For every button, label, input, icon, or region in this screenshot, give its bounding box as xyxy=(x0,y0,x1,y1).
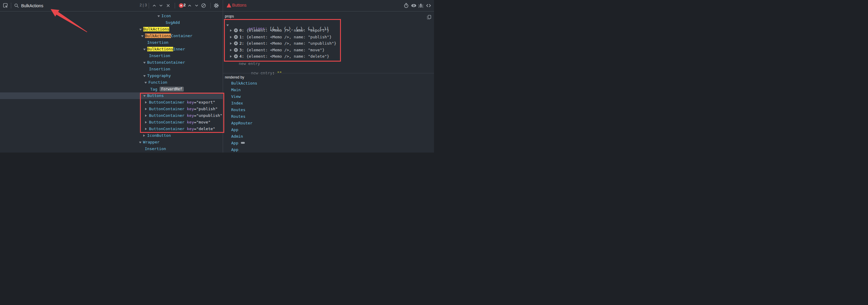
tree-row-svgadd[interactable]: SvgAdd xyxy=(0,19,223,26)
collapse-arrow-icon[interactable] xyxy=(157,15,160,17)
props-entry-row[interactable]: ✕0: {element: <Memo />, name: "export"} xyxy=(223,27,434,34)
inspect-element-button[interactable] xyxy=(3,3,8,8)
tree-row-insertion[interactable]: Insertion xyxy=(0,145,223,152)
rendered-by-item-view[interactable]: View xyxy=(231,94,241,101)
inspected-element-pane: props actions: [{…}, {…}, {…}, {…}, {…}]… xyxy=(223,11,434,152)
entry-index: 3: xyxy=(239,48,244,52)
code-brackets-icon xyxy=(426,3,431,8)
collapse-arrow-icon[interactable] xyxy=(141,35,144,37)
tree-row-bulkactions[interactable]: BulkActions xyxy=(0,26,223,33)
props-entry-row[interactable]: ✕1: {element: <Memo />, name: "publish"} xyxy=(223,34,434,40)
view-source-button[interactable] xyxy=(426,3,431,8)
tree-row-icon[interactable]: Icon xyxy=(0,13,223,19)
tree-row-typography[interactable]: Typography xyxy=(0,72,223,79)
collapse-arrow-icon[interactable] xyxy=(143,75,146,77)
collapse-arrow-icon[interactable] xyxy=(226,25,229,26)
key-attribute-name: key xyxy=(184,120,194,125)
delete-entry-icon[interactable]: ✕ xyxy=(234,28,238,32)
expand-arrow-icon[interactable] xyxy=(230,42,232,45)
props-entry-row[interactable]: ✕3: {element: <Memo />, name: "move"} xyxy=(223,47,434,54)
tree-row-bulkactionscontainer[interactable]: BulkActionsContainer xyxy=(0,33,223,39)
component-name: IconButton xyxy=(147,133,171,138)
rendered-by-item-index[interactable]: Index xyxy=(231,101,243,107)
entry-text: 1: {element: <Memo />, name: "publish"} xyxy=(239,35,332,39)
tree-row-buttoncontainer-delete[interactable]: ButtonContainer key="delete" xyxy=(0,126,223,132)
expand-arrow-icon[interactable] xyxy=(230,29,232,32)
collapse-arrow-icon[interactable] xyxy=(145,82,147,83)
entry-value: {element: <Memo />, name: "delete"} xyxy=(244,54,330,59)
delete-entry-icon[interactable]: ✕ xyxy=(234,35,238,39)
expand-arrow-icon[interactable] xyxy=(230,49,232,51)
tree-row-buttonscontainer[interactable]: ButtonsContainer xyxy=(0,59,223,66)
tree-row-wrapper[interactable]: Wrapper xyxy=(0,139,223,145)
tree-row-buttons[interactable]: Buttons xyxy=(0,92,223,99)
expand-arrow-icon[interactable] xyxy=(145,101,147,104)
expand-arrow-icon[interactable] xyxy=(145,121,147,124)
eye-icon xyxy=(411,3,416,8)
collapse-arrow-icon[interactable] xyxy=(143,95,146,97)
props-entry-row[interactable]: ✕2: {element: <Memo />, name: "unpublish… xyxy=(223,40,434,47)
settings-button[interactable] xyxy=(214,3,219,8)
component-tree-pane: IconSvgAddBulkActionsBulkActionsContaine… xyxy=(0,11,223,152)
delete-entry-icon[interactable]: ✕ xyxy=(234,48,238,52)
collapse-arrow-icon[interactable] xyxy=(143,48,146,50)
collapse-arrow-icon[interactable] xyxy=(139,29,142,31)
rendered-by-item-routes[interactable]: Routes xyxy=(231,114,245,121)
tree-row-insertion[interactable]: Insertion xyxy=(0,66,223,72)
tree-row-tag[interactable]: TagForwardRef xyxy=(0,86,223,92)
owner-badge xyxy=(241,142,245,144)
expand-arrow-icon[interactable] xyxy=(230,55,232,58)
search-match: BulkActions xyxy=(143,27,169,31)
previous-result-button[interactable] xyxy=(152,3,157,8)
chevron-down-icon xyxy=(159,3,163,8)
rendered-by-item-approuter[interactable]: AppRouter xyxy=(231,121,252,128)
expand-arrow-icon[interactable] xyxy=(145,114,147,117)
collapse-arrow-icon[interactable] xyxy=(139,142,142,143)
forwardref-badge: ForwardRef xyxy=(160,87,183,92)
next-error-button[interactable] xyxy=(194,3,199,8)
tree-row-bulkactionsinner[interactable]: BulkActionsInner xyxy=(0,46,223,53)
rendered-by-item-app[interactable]: App xyxy=(231,147,238,152)
props-entry-row[interactable]: ✕4: {element: <Memo />, name: "delete"} xyxy=(223,53,434,60)
tree-row-insertion[interactable]: Insertion xyxy=(0,39,223,46)
tree-row-function[interactable]: Function xyxy=(0,79,223,86)
component-name: TagForwardRef xyxy=(150,87,184,92)
collapse-arrow-icon[interactable] xyxy=(143,62,146,64)
toolbar-divider xyxy=(11,3,11,8)
expand-arrow-icon[interactable] xyxy=(143,134,145,137)
props-row-actions[interactable]: actions: [{…}, {…}, {…}, {…}, {…}] xyxy=(223,21,434,28)
entry-value: {element: <Memo />, name: "unpublish"} xyxy=(244,41,336,45)
entry-index: 1: xyxy=(239,35,244,39)
pane-divider[interactable] xyxy=(223,0,223,152)
rendered-by-item-bulkactions[interactable]: BulkActions xyxy=(231,81,257,88)
tree-row-insertion[interactable]: Insertion xyxy=(0,53,223,59)
previous-error-button[interactable] xyxy=(187,3,192,8)
delete-entry-icon[interactable]: ✕ xyxy=(234,54,238,58)
log-to-console-button[interactable] xyxy=(418,3,424,8)
inspect-dom-button[interactable] xyxy=(411,3,416,8)
rendered-by-item-app[interactable]: App xyxy=(231,141,245,147)
copy-props-button[interactable] xyxy=(427,15,431,20)
props-new-entry-row[interactable]: new entry: "" xyxy=(223,65,434,72)
clear-search-button[interactable] xyxy=(166,3,170,8)
rendered-by-item-main[interactable]: Main xyxy=(231,88,241,94)
tree-row-buttoncontainer-unpublish[interactable]: ButtonContainer key="unpublish" xyxy=(0,112,223,119)
tree-row-buttoncontainer-publish[interactable]: ButtonContainer key="publish" xyxy=(0,106,223,112)
rendered-by-item-admin[interactable]: Admin xyxy=(231,134,243,141)
expand-arrow-icon[interactable] xyxy=(145,108,147,110)
tree-row-iconbutton[interactable]: IconButton xyxy=(0,132,223,139)
search-input[interactable] xyxy=(21,2,113,10)
expand-arrow-icon[interactable] xyxy=(230,36,232,38)
rendered-by-item-app[interactable]: App xyxy=(231,128,238,134)
rendered-by-item-routes[interactable]: Routes xyxy=(231,107,245,114)
tree-row-buttoncontainer-export[interactable]: ButtonContainer key="export" xyxy=(0,99,223,106)
key-attribute-value: ="export" xyxy=(194,100,215,104)
component-name: Buttons xyxy=(147,93,164,98)
tree-row-buttoncontainer-move[interactable]: ButtonContainer key="move" xyxy=(0,119,223,126)
section-divider xyxy=(223,73,434,73)
delete-entry-icon[interactable]: ✕ xyxy=(234,41,238,45)
next-result-button[interactable] xyxy=(159,3,163,8)
expand-arrow-icon[interactable] xyxy=(145,128,147,130)
suspend-component-button[interactable] xyxy=(404,3,409,8)
clear-errors-button[interactable] xyxy=(201,3,206,8)
